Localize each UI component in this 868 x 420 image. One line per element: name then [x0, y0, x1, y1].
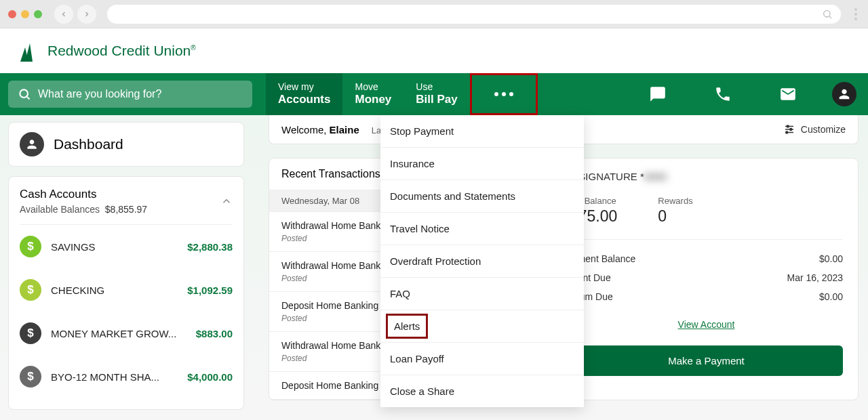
cc-title: A SIGNATURE *0000	[570, 171, 843, 182]
search-box[interactable]	[8, 81, 252, 108]
logo-icon	[20, 39, 41, 62]
dollar-icon: $	[20, 279, 41, 301]
more-icon	[494, 92, 513, 96]
account-row[interactable]: $ SAVINGS $2,880.38	[20, 225, 233, 268]
rewards-value: 0	[658, 207, 692, 226]
menu-alerts[interactable]: Alerts	[386, 314, 428, 339]
nav-tabs: View my Accounts Move Money Use Bill Pay	[266, 73, 538, 115]
make-payment-button[interactable]: Make a Payment	[570, 345, 843, 376]
statement-balance-value: $0.00	[819, 253, 843, 264]
menu-documents[interactable]: Documents and Statements	[380, 180, 584, 213]
sidebar: Dashboard Cash Accounts Available Balanc…	[0, 115, 252, 420]
phone-icon[interactable]	[690, 85, 755, 103]
address-bar[interactable]	[107, 5, 841, 24]
logo[interactable]: Redwood Credit Union®	[20, 39, 196, 62]
back-button[interactable]	[54, 5, 73, 24]
dashboard-icon	[20, 132, 44, 156]
avatar-icon	[832, 82, 856, 106]
menu-stop-payment[interactable]: Stop Payment	[380, 115, 584, 148]
window-controls	[8, 10, 42, 18]
customize-button[interactable]: Customize	[783, 123, 846, 135]
search-icon	[18, 87, 31, 101]
dollar-icon: $	[20, 366, 41, 387]
mail-icon[interactable]	[755, 85, 821, 103]
nav-utility	[625, 73, 868, 115]
logo-text: Redwood Credit Union®	[47, 43, 196, 59]
account-row[interactable]: $ CHECKING $1,092.59	[20, 268, 233, 312]
tab-more[interactable]	[470, 73, 538, 115]
browser-menu-icon[interactable]	[852, 5, 860, 23]
payment-due-value: Mar 16, 2023	[787, 272, 844, 283]
sliders-icon	[783, 123, 795, 135]
cash-accounts-card: Cash Accounts Available Balances $8,855.…	[8, 176, 244, 410]
forward-button[interactable]	[77, 5, 96, 24]
chevron-up-icon[interactable]	[220, 195, 233, 207]
main-panel: Welcome, Elaine Last Customize Recent Tr…	[252, 115, 868, 420]
svg-point-2	[20, 89, 28, 98]
dashboard-card[interactable]: Dashboard	[8, 122, 244, 167]
svg-line-1	[829, 16, 831, 18]
menu-insurance[interactable]: Insurance	[380, 148, 584, 180]
search-icon	[822, 9, 833, 20]
browser-nav	[54, 5, 96, 24]
cash-subtitle: Available Balances $8,855.97	[20, 204, 147, 215]
menu-overdraft[interactable]: Overdraft Protection	[380, 245, 584, 278]
minimum-due-value: $0.00	[819, 291, 843, 302]
credit-card-widget: A SIGNATURE *0000 ent Balance 275.00 Rew…	[554, 158, 859, 400]
dollar-icon: $	[20, 322, 41, 344]
svg-line-3	[27, 97, 30, 100]
profile-menu[interactable]	[821, 82, 868, 106]
main-nav: View my Accounts Move Money Use Bill Pay	[0, 73, 868, 115]
svg-point-0	[824, 10, 830, 16]
site-header: Redwood Credit Union®	[0, 28, 868, 73]
menu-close-share[interactable]: Close a Share	[380, 375, 584, 407]
account-row[interactable]: $ MONEY MARKET GROW... $883.00	[20, 312, 233, 355]
cash-title: Cash Accounts	[20, 188, 147, 201]
dashboard-title: Dashboard	[54, 136, 123, 152]
svg-point-8	[790, 129, 792, 131]
maximize-window-icon[interactable]	[34, 10, 42, 18]
tab-billpay[interactable]: Use Bill Pay	[403, 73, 469, 115]
rewards-label: Rewards	[658, 196, 692, 206]
view-account-link[interactable]: View Account	[678, 319, 735, 330]
tab-money[interactable]: Move Money	[342, 73, 403, 115]
browser-chrome	[0, 0, 868, 28]
messages-icon[interactable]	[625, 85, 690, 103]
account-row[interactable]: $ BYO-12 MONTH SHA... $4,000.00	[20, 355, 233, 398]
close-window-icon[interactable]	[8, 10, 16, 18]
menu-faq[interactable]: FAQ	[380, 278, 584, 310]
svg-point-7	[787, 125, 789, 127]
tab-accounts[interactable]: View my Accounts	[266, 73, 342, 115]
search-input[interactable]	[38, 88, 243, 100]
menu-travel-notice[interactable]: Travel Notice	[380, 213, 584, 245]
minimize-window-icon[interactable]	[21, 10, 29, 18]
welcome-text: Welcome, Elaine	[281, 124, 359, 135]
account-list: $ SAVINGS $2,880.38 $ CHECKING $1,092.59…	[20, 224, 233, 398]
menu-loan-payoff[interactable]: Loan Payoff	[380, 343, 584, 375]
svg-point-9	[786, 131, 788, 133]
more-dropdown: Stop Payment Insurance Documents and Sta…	[380, 115, 584, 407]
content: Dashboard Cash Accounts Available Balanc…	[0, 115, 868, 420]
dollar-icon: $	[20, 236, 41, 257]
